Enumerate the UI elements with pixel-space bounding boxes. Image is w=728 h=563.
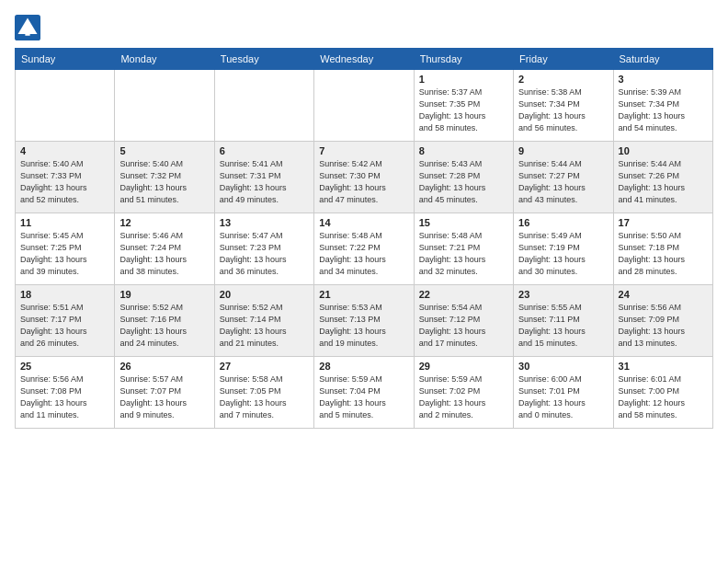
day-number: 22 (419, 289, 508, 300)
calendar-cell: 5Sunrise: 5:40 AMSunset: 7:32 PMDaylight… (115, 142, 214, 213)
calendar-cell: 15Sunrise: 5:48 AMSunset: 7:21 PMDayligh… (414, 213, 513, 285)
day-info: Sunrise: 5:42 AMSunset: 7:30 PMDaylight:… (319, 158, 408, 206)
day-info: Sunrise: 5:37 AMSunset: 7:35 PMDaylight:… (419, 86, 508, 134)
calendar-week-row: 18Sunrise: 5:51 AMSunset: 7:17 PMDayligh… (16, 285, 713, 357)
weekday-saturday: Saturday (613, 49, 712, 70)
calendar-cell: 23Sunrise: 5:55 AMSunset: 7:11 PMDayligh… (514, 285, 613, 357)
day-info: Sunrise: 5:44 AMSunset: 7:26 PMDaylight:… (619, 158, 708, 206)
day-number: 12 (119, 217, 209, 228)
calendar-week-row: 1Sunrise: 5:37 AMSunset: 7:35 PMDaylight… (16, 70, 713, 142)
calendar-week-row: 4Sunrise: 5:40 AMSunset: 7:33 PMDaylight… (16, 142, 713, 213)
day-number: 7 (319, 145, 408, 156)
calendar-cell (16, 70, 115, 142)
calendar-cell: 19Sunrise: 5:52 AMSunset: 7:16 PMDayligh… (115, 285, 214, 357)
calendar-cell: 10Sunrise: 5:44 AMSunset: 7:26 PMDayligh… (613, 142, 712, 213)
calendar-cell: 22Sunrise: 5:54 AMSunset: 7:12 PMDayligh… (414, 285, 513, 357)
day-number: 30 (518, 361, 608, 372)
calendar-cell: 31Sunrise: 6:01 AMSunset: 7:00 PMDayligh… (613, 357, 712, 429)
day-info: Sunrise: 5:56 AMSunset: 7:08 PMDaylight:… (20, 373, 109, 421)
calendar-cell: 6Sunrise: 5:41 AMSunset: 7:31 PMDaylight… (214, 142, 313, 213)
calendar-cell: 3Sunrise: 5:39 AMSunset: 7:34 PMDaylight… (613, 70, 712, 142)
calendar-cell: 27Sunrise: 5:58 AMSunset: 7:05 PMDayligh… (214, 357, 313, 429)
weekday-tuesday: Tuesday (214, 49, 313, 70)
calendar-table: SundayMondayTuesdayWednesdayThursdayFrid… (15, 48, 713, 429)
day-number: 5 (119, 145, 209, 156)
weekday-wednesday: Wednesday (314, 49, 414, 70)
calendar-cell (314, 70, 414, 142)
day-number: 8 (419, 145, 508, 156)
day-number: 19 (119, 289, 209, 300)
weekday-thursday: Thursday (414, 49, 513, 70)
day-number: 2 (518, 74, 608, 85)
day-info: Sunrise: 5:52 AMSunset: 7:14 PMDaylight:… (220, 302, 309, 350)
day-number: 17 (619, 217, 708, 228)
day-info: Sunrise: 5:48 AMSunset: 7:22 PMDaylight:… (319, 230, 408, 278)
day-info: Sunrise: 5:49 AMSunset: 7:19 PMDaylight:… (518, 230, 608, 278)
calendar-cell: 8Sunrise: 5:43 AMSunset: 7:28 PMDaylight… (414, 142, 513, 213)
day-number: 29 (419, 361, 508, 372)
day-info: Sunrise: 5:59 AMSunset: 7:04 PMDaylight:… (319, 373, 408, 421)
weekday-friday: Friday (514, 49, 613, 70)
weekday-monday: Monday (115, 49, 214, 70)
day-number: 1 (419, 74, 508, 85)
svg-rect-2 (25, 29, 29, 36)
day-info: Sunrise: 5:39 AMSunset: 7:34 PMDaylight:… (619, 86, 708, 134)
calendar-cell: 28Sunrise: 5:59 AMSunset: 7:04 PMDayligh… (314, 357, 414, 429)
logo (15, 15, 44, 40)
calendar-cell: 25Sunrise: 5:56 AMSunset: 7:08 PMDayligh… (16, 357, 115, 429)
day-info: Sunrise: 6:01 AMSunset: 7:00 PMDaylight:… (619, 373, 708, 421)
calendar-cell: 18Sunrise: 5:51 AMSunset: 7:17 PMDayligh… (16, 285, 115, 357)
day-info: Sunrise: 5:52 AMSunset: 7:16 PMDaylight:… (119, 302, 209, 350)
day-info: Sunrise: 5:43 AMSunset: 7:28 PMDaylight:… (419, 158, 508, 206)
day-number: 14 (319, 217, 408, 228)
calendar-cell: 14Sunrise: 5:48 AMSunset: 7:22 PMDayligh… (314, 213, 414, 285)
day-number: 28 (319, 361, 408, 372)
day-info: Sunrise: 5:45 AMSunset: 7:25 PMDaylight:… (20, 230, 109, 278)
calendar-cell: 21Sunrise: 5:53 AMSunset: 7:13 PMDayligh… (314, 285, 414, 357)
day-info: Sunrise: 5:44 AMSunset: 7:27 PMDaylight:… (518, 158, 608, 206)
day-info: Sunrise: 6:00 AMSunset: 7:01 PMDaylight:… (518, 373, 608, 421)
calendar-cell: 1Sunrise: 5:37 AMSunset: 7:35 PMDaylight… (414, 70, 513, 142)
day-info: Sunrise: 5:40 AMSunset: 7:33 PMDaylight:… (20, 158, 109, 206)
day-number: 9 (518, 145, 608, 156)
day-number: 25 (20, 361, 109, 372)
calendar-cell: 26Sunrise: 5:57 AMSunset: 7:07 PMDayligh… (115, 357, 214, 429)
calendar-cell: 11Sunrise: 5:45 AMSunset: 7:25 PMDayligh… (16, 213, 115, 285)
calendar-cell: 17Sunrise: 5:50 AMSunset: 7:18 PMDayligh… (613, 213, 712, 285)
calendar-week-row: 11Sunrise: 5:45 AMSunset: 7:25 PMDayligh… (16, 213, 713, 285)
weekday-header-row: SundayMondayTuesdayWednesdayThursdayFrid… (16, 49, 713, 70)
day-info: Sunrise: 5:51 AMSunset: 7:17 PMDaylight:… (20, 302, 109, 350)
day-number: 16 (518, 217, 608, 228)
calendar-cell: 9Sunrise: 5:44 AMSunset: 7:27 PMDaylight… (514, 142, 613, 213)
day-info: Sunrise: 5:58 AMSunset: 7:05 PMDaylight:… (220, 373, 309, 421)
calendar-cell (214, 70, 313, 142)
weekday-sunday: Sunday (16, 49, 115, 70)
calendar-cell: 16Sunrise: 5:49 AMSunset: 7:19 PMDayligh… (514, 213, 613, 285)
day-info: Sunrise: 5:50 AMSunset: 7:18 PMDaylight:… (619, 230, 708, 278)
day-number: 3 (619, 74, 708, 85)
day-info: Sunrise: 5:55 AMSunset: 7:11 PMDaylight:… (518, 302, 608, 350)
day-number: 31 (619, 361, 708, 372)
day-info: Sunrise: 5:40 AMSunset: 7:32 PMDaylight:… (119, 158, 209, 206)
calendar-cell: 4Sunrise: 5:40 AMSunset: 7:33 PMDaylight… (16, 142, 115, 213)
day-info: Sunrise: 5:48 AMSunset: 7:21 PMDaylight:… (419, 230, 508, 278)
day-number: 20 (220, 289, 309, 300)
day-info: Sunrise: 5:54 AMSunset: 7:12 PMDaylight:… (419, 302, 508, 350)
day-info: Sunrise: 5:57 AMSunset: 7:07 PMDaylight:… (119, 373, 209, 421)
calendar-cell: 29Sunrise: 5:59 AMSunset: 7:02 PMDayligh… (414, 357, 513, 429)
calendar-cell: 20Sunrise: 5:52 AMSunset: 7:14 PMDayligh… (214, 285, 313, 357)
calendar-week-row: 25Sunrise: 5:56 AMSunset: 7:08 PMDayligh… (16, 357, 713, 429)
day-number: 23 (518, 289, 608, 300)
logo-icon (15, 15, 40, 40)
day-info: Sunrise: 5:46 AMSunset: 7:24 PMDaylight:… (119, 230, 209, 278)
day-number: 18 (20, 289, 109, 300)
calendar-cell: 24Sunrise: 5:56 AMSunset: 7:09 PMDayligh… (613, 285, 712, 357)
day-number: 24 (619, 289, 708, 300)
calendar-cell: 30Sunrise: 6:00 AMSunset: 7:01 PMDayligh… (514, 357, 613, 429)
day-number: 15 (419, 217, 508, 228)
calendar-cell: 7Sunrise: 5:42 AMSunset: 7:30 PMDaylight… (314, 142, 414, 213)
calendar-cell: 2Sunrise: 5:38 AMSunset: 7:34 PMDaylight… (514, 70, 613, 142)
day-number: 13 (220, 217, 309, 228)
day-info: Sunrise: 5:59 AMSunset: 7:02 PMDaylight:… (419, 373, 508, 421)
day-number: 27 (220, 361, 309, 372)
